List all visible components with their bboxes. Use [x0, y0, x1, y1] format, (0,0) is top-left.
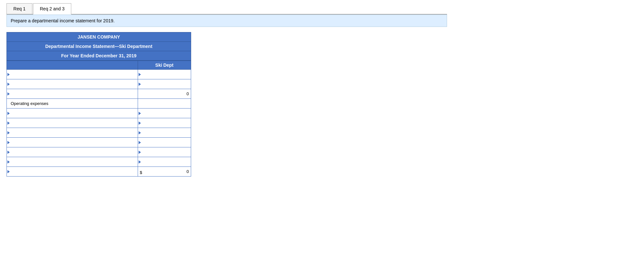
triangle-icon-7 [7, 131, 10, 134]
value-cell-1[interactable] [138, 70, 191, 79]
statement-title-header: Departmental Income Statement—Ski Depart… [6, 42, 191, 51]
value-cell-6[interactable] [138, 118, 191, 128]
label-cell-1 [7, 70, 138, 79]
label-cell-8 [7, 138, 138, 147]
value-cell-2[interactable] [138, 79, 191, 89]
label-cell-5 [7, 109, 138, 118]
triangle-icon-val-2 [139, 83, 141, 86]
label-cell-6 [7, 118, 138, 128]
label-cell-3 [7, 89, 138, 99]
value-cell-8[interactable] [138, 138, 191, 147]
value-cell-7[interactable] [138, 128, 191, 138]
dollar-sign: $ [140, 170, 142, 175]
tabs-bar: Req 1 Req 2 and 3 [6, 3, 447, 15]
triangle-icon-9 [7, 151, 10, 154]
table-row [7, 118, 191, 128]
label-cell-9 [7, 147, 138, 157]
value-cell-9[interactable] [138, 147, 191, 157]
label-cell-2 [7, 79, 138, 89]
triangle-icon-10 [7, 160, 10, 164]
instruction-bar: Prepare a departmental income statement … [6, 15, 447, 27]
table-row-total: $ 0 [7, 167, 191, 177]
label-cell-operating: Operating expenses [7, 99, 138, 109]
triangle-icon-2 [7, 83, 10, 86]
table-row-operating: Operating expenses [7, 99, 191, 109]
triangle-icon-3 [7, 92, 10, 96]
triangle-icon-val-6 [139, 121, 141, 125]
triangle-icon-6 [7, 121, 10, 125]
triangle-icon-8 [7, 141, 10, 144]
value-cell-5[interactable] [138, 109, 191, 118]
operating-expenses-label: Operating expenses [9, 101, 48, 106]
tab-req2and3[interactable]: Req 2 and 3 [33, 3, 71, 15]
value-3: 0 [187, 91, 189, 96]
table-row [7, 109, 191, 118]
triangle-icon-5 [7, 112, 10, 115]
label-cell-7 [7, 128, 138, 138]
table-row [7, 157, 191, 167]
col-header-label [7, 61, 138, 70]
col-header-ski-dept: Ski Dept [138, 61, 191, 70]
triangle-icon-val-5 [139, 112, 141, 115]
triangle-icon-val-7 [139, 131, 141, 134]
table-row [7, 70, 191, 79]
instruction-text: Prepare a departmental income statement … [11, 18, 115, 23]
triangle-icon-val-9 [139, 151, 141, 154]
table-row [7, 79, 191, 89]
label-cell-10 [7, 157, 138, 167]
value-cell-total[interactable]: $ 0 [138, 167, 191, 177]
triangle-icon-val-10 [139, 160, 141, 164]
company-name-header: JANSEN COMPANY [6, 32, 191, 42]
total-value: 0 [187, 169, 189, 174]
page-container: Req 1 Req 2 and 3 Prepare a departmental… [0, 0, 454, 180]
value-cell-10[interactable] [138, 157, 191, 167]
table-row [7, 128, 191, 138]
table-row: 0 [7, 89, 191, 99]
triangle-icon-1 [7, 73, 10, 76]
triangle-icon-val-8 [139, 141, 141, 144]
triangle-icon-total [7, 170, 10, 173]
value-cell-3[interactable]: 0 [138, 89, 191, 99]
statement-date-header: For Year Ended December 31, 2019 [6, 51, 191, 61]
statement-table: Ski Dept [6, 61, 191, 177]
table-row [7, 147, 191, 157]
tab-req1[interactable]: Req 1 [6, 3, 32, 14]
value-cell-operating[interactable] [138, 99, 191, 109]
table-row [7, 138, 191, 147]
label-cell-total [7, 167, 138, 177]
income-statement: JANSEN COMPANY Departmental Income State… [6, 32, 191, 177]
triangle-icon-val-1 [139, 73, 141, 76]
